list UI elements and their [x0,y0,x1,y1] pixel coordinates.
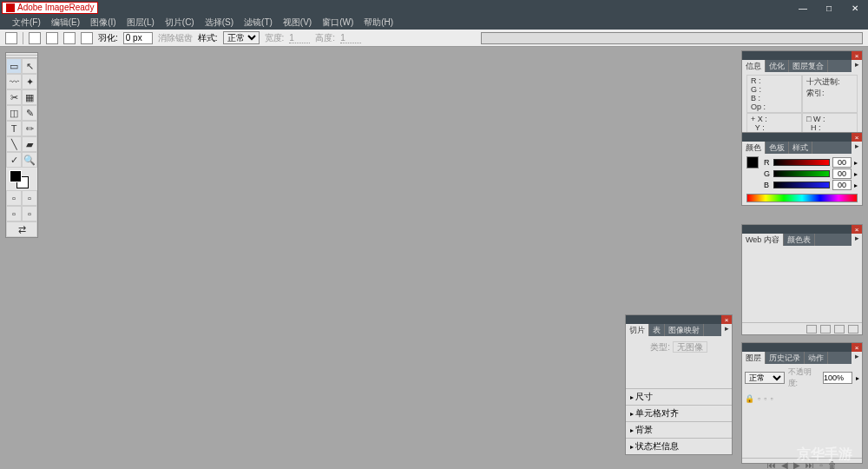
menu-window[interactable]: 窗口(W) [322,17,353,29]
slice-close-button[interactable]: × [721,315,732,324]
new-selection-icon[interactable] [29,32,41,44]
frame-last-icon[interactable]: ⏭ [806,460,814,469]
menu-select[interactable]: 选择(S) [205,17,233,29]
frame-prev-icon[interactable]: ◀ [781,460,788,469]
slice-select-tool[interactable]: ▦ [22,89,37,105]
tab-layers[interactable]: 图层 [742,352,766,364]
color-spectrum[interactable] [746,194,858,202]
tab-color[interactable]: 颜色 [742,142,766,154]
menu-view[interactable]: 视图(V) [283,17,312,29]
preview-browser-icon[interactable]: ▫ [22,190,37,206]
info-r: R : [751,76,798,85]
tab-history[interactable]: 历史记录 [766,352,805,364]
web-footer-icon-3[interactable] [834,325,845,334]
tab-layer-comp[interactable]: 图层复合 [789,60,828,72]
slice-section-size[interactable]: 尺寸 [626,388,732,405]
lock-pixels-icon[interactable]: ▫ [758,394,760,403]
lasso-tool[interactable]: 〰 [6,74,22,89]
slider-r[interactable] [773,159,830,166]
jump-to-ps-icon[interactable]: ⇄ [6,221,37,237]
menu-edit[interactable]: 编辑(E) [51,17,80,29]
slice-section-status[interactable]: 状态栏信息 [626,438,732,454]
marquee-tool-icon[interactable] [5,32,17,44]
menu-image[interactable]: 图像(I) [90,17,115,29]
maximize-button[interactable]: □ [816,0,842,16]
subtract-selection-icon[interactable] [63,32,76,44]
tab-info[interactable]: 信息 [742,60,766,72]
delete-layer-icon[interactable]: 🗑 [828,460,837,469]
antialias-label: 消除锯齿 [158,32,193,44]
style-select[interactable]: 正常 [223,31,260,44]
new-layer-icon[interactable]: ▫ [819,460,823,469]
pencil-tool[interactable]: ✏ [22,121,37,136]
lock-icon[interactable]: 🔒 [745,394,754,403]
web-menu-icon[interactable]: ▸ [852,234,862,246]
slider-g-value[interactable]: 00 [832,168,852,179]
menu-filter[interactable]: 滤镜(T) [244,17,273,29]
layers-menu-icon[interactable]: ▸ [852,352,862,364]
slice-tool[interactable]: ✂ [6,89,22,105]
tab-table[interactable]: 表 [649,324,665,336]
close-button[interactable]: ✕ [842,0,868,16]
app-title-box: Adobe ImageReady [2,2,98,14]
web-footer-icon-2[interactable] [820,325,831,334]
move-tool[interactable]: ↖ [22,58,37,74]
slice-section-align[interactable]: 单元格对齐 [626,405,732,421]
menu-file[interactable]: 文件(F) [12,17,41,29]
minimize-button[interactable]: — [790,0,816,16]
lock-position-icon[interactable]: ▫ [764,394,766,403]
slice-type-value[interactable]: 无图像 [673,341,707,353]
feather-input[interactable] [123,32,153,44]
layers-close-button[interactable]: × [852,343,862,352]
info-close-button[interactable]: × [852,51,862,60]
color-swatch[interactable] [6,168,37,190]
slider-b[interactable] [773,182,830,188]
tab-styles[interactable]: 样式 [789,142,812,154]
tab-image-map[interactable]: 图像映射 [665,324,704,336]
tab-color-table[interactable]: 颜色表 [784,234,815,246]
frame-next-icon[interactable]: ▶ [793,460,800,469]
blend-mode-select[interactable]: 正常 [745,372,785,384]
menu-help[interactable]: 帮助(H) [364,17,393,29]
eyedropper-tool[interactable]: ✓ [6,152,22,168]
slice-section-bg[interactable]: 背景 [626,421,732,438]
tab-optimize[interactable]: 优化 [766,60,789,72]
tab-swatches[interactable]: 色板 [766,142,789,154]
paint-bucket-tool[interactable]: ▰ [22,136,37,152]
brush-tool[interactable]: ✎ [22,105,37,121]
slider-g-label: G [764,169,771,178]
info-menu-icon[interactable]: ▸ [852,60,862,72]
web-close-button[interactable]: × [852,225,862,234]
tab-actions[interactable]: 动作 [805,352,828,364]
tab-web-content[interactable]: Web 内容 [742,234,784,246]
line-tool[interactable]: ╲ [6,136,22,152]
zoom-tool[interactable]: 🔍 [22,152,37,168]
preview-icon[interactable]: ▫ [6,190,22,206]
app-logo-icon [6,3,15,12]
opacity-input[interactable] [823,372,852,384]
toggle-slices-icon[interactable]: ▫ [6,206,22,221]
intersect-selection-icon[interactable] [81,32,93,44]
marquee-tool[interactable]: ▭ [6,58,22,74]
frame-first-icon[interactable]: ⏮ [767,460,776,469]
menu-slice[interactable]: 切片(C) [165,17,194,29]
slider-b-value[interactable]: 00 [832,180,852,190]
info-w: W : [813,115,825,123]
color-close-button[interactable]: × [852,133,862,142]
toggle-maps-icon[interactable]: ▫ [22,206,37,221]
tab-slice[interactable]: 切片 [626,324,649,336]
slider-r-value[interactable]: 00 [832,157,852,168]
wand-tool[interactable]: ✦ [22,74,37,89]
type-tool[interactable]: T [6,121,22,136]
slider-g[interactable] [773,170,830,177]
slice-menu-icon[interactable]: ▸ [721,324,732,336]
image-map-tool[interactable]: ◫ [6,105,22,121]
menu-layer[interactable]: 图层(L) [127,17,155,29]
color-menu-icon[interactable]: ▸ [852,142,862,154]
info-g: G : [751,85,798,94]
unify-icon[interactable]: ▫ [770,394,773,403]
color-fg-swatch[interactable] [746,156,759,168]
web-footer-icon-1[interactable] [806,325,817,334]
web-footer-icon-4[interactable] [848,325,858,334]
add-selection-icon[interactable] [46,32,58,44]
